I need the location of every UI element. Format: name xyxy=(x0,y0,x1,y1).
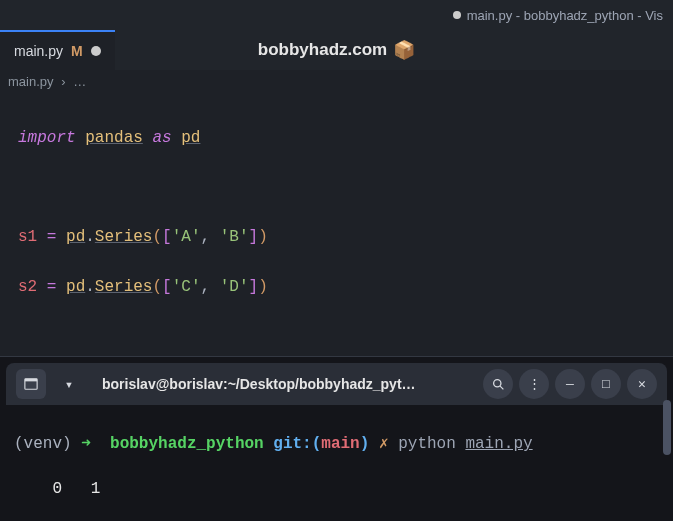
unsaved-dot-icon xyxy=(453,11,461,19)
svg-point-2 xyxy=(493,379,500,386)
new-tab-button[interactable] xyxy=(16,369,46,399)
breadcrumb-file: main.py xyxy=(8,74,54,89)
tab-modified-flag: M xyxy=(71,43,83,59)
minimize-button[interactable]: — xyxy=(555,369,585,399)
menu-button[interactable]: ⋮ xyxy=(519,369,549,399)
watermark-text: bobbyhadz.com xyxy=(258,40,387,60)
dropdown-button[interactable]: ▾ xyxy=(54,369,84,399)
search-button[interactable] xyxy=(483,369,513,399)
svg-line-3 xyxy=(500,386,503,389)
terminal-line: 0 1 xyxy=(14,478,659,500)
chevron-down-icon: ▾ xyxy=(65,376,73,393)
chevron-right-icon: › xyxy=(61,74,65,89)
scrollbar-thumb[interactable] xyxy=(663,400,671,455)
tab-filename: main.py xyxy=(14,43,63,59)
terminal-title: borislav@borislav:~/Desktop/bobbyhadz_py… xyxy=(92,376,475,392)
code-line xyxy=(18,324,655,349)
minimize-icon: — xyxy=(566,377,574,392)
code-line: s2 = pd.Series(['C', 'D']) xyxy=(18,275,655,300)
code-line xyxy=(18,175,655,200)
unsaved-dot-icon xyxy=(91,46,101,56)
maximize-button[interactable]: □ xyxy=(591,369,621,399)
window-title: main.py - bobbyhadz_python - Vis xyxy=(467,8,663,23)
maximize-icon: □ xyxy=(602,377,610,392)
code-line: import pandas as pd xyxy=(18,126,655,151)
svg-rect-1 xyxy=(25,379,37,382)
search-icon xyxy=(492,378,505,391)
close-icon: ✕ xyxy=(638,376,646,392)
watermark: bobbyhadz.com 📦 xyxy=(258,39,415,61)
window-title-bar: main.py - bobbyhadz_python - Vis xyxy=(0,0,673,30)
code-line: s1 = pd.Series(['A', 'B']) xyxy=(18,225,655,250)
terminal-toolbar: ▾ borislav@borislav:~/Desktop/bobbyhadz_… xyxy=(6,363,667,405)
tab-main-py[interactable]: main.py M xyxy=(0,30,115,70)
cube-icon: 📦 xyxy=(393,39,415,61)
terminal-icon xyxy=(24,377,38,391)
terminal-line: (venv) ➜ bobbyhadz_python git:(main) ✗ p… xyxy=(14,433,659,455)
breadcrumb-rest: … xyxy=(73,74,86,89)
terminal-body[interactable]: (venv) ➜ bobbyhadz_python git:(main) ✗ p… xyxy=(0,405,673,521)
terminal-panel: ▾ borislav@borislav:~/Desktop/bobbyhadz_… xyxy=(0,356,673,521)
kebab-icon: ⋮ xyxy=(528,376,541,392)
close-button[interactable]: ✕ xyxy=(627,369,657,399)
tab-bar: main.py M bobbyhadz.com 📦 xyxy=(0,30,673,70)
breadcrumb[interactable]: main.py › … xyxy=(0,70,673,93)
